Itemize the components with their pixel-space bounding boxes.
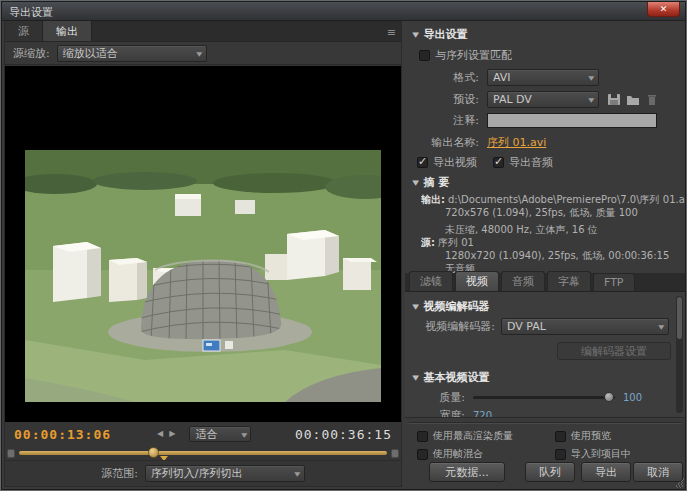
scaling-dropdown[interactable]: 缩放以适合 ▼ [57, 45, 207, 62]
tab-audio[interactable]: 音频 [501, 271, 545, 291]
close-button[interactable]: ✕ [647, 2, 680, 17]
chevron-down-icon: ▼ [232, 431, 247, 438]
max-render-quality-label: 使用最高渲染质量 [433, 429, 513, 443]
chevron-down-icon: ▼ [187, 50, 202, 57]
chevron-down-icon: ▼ [580, 96, 595, 103]
codec-settings-button[interactable]: 编解码器设置 [557, 342, 671, 360]
zoom-level-dropdown[interactable]: 适合 ▼ [189, 426, 251, 442]
import-project-checkbox[interactable] [555, 449, 566, 460]
close-icon: ✕ [660, 4, 668, 14]
option-use-previews: 使用预览 [555, 429, 611, 443]
step-back-icon[interactable]: ◀ [157, 427, 163, 441]
video-preview [5, 66, 401, 422]
scaling-label: 源缩放: [13, 46, 50, 61]
tab-source[interactable]: 源 [5, 21, 43, 41]
set-in-handle[interactable] [7, 449, 15, 458]
format-value: AVI [493, 71, 511, 84]
use-previews-label: 使用预览 [571, 429, 611, 443]
tab-filters[interactable]: 滤镜 [409, 271, 453, 291]
preview-panel: 源 输出 ≡ 源缩放: 缩放以适合 ▼ [4, 21, 402, 487]
export-video-checkbox[interactable]: ✓ [417, 157, 428, 168]
preset-value: PAL DV [493, 93, 532, 106]
scrubber-track[interactable] [19, 451, 387, 455]
source-range-dropdown[interactable]: 序列切入/序列切出 ▼ [145, 465, 305, 482]
disclosure-icon: ▼ [412, 374, 419, 382]
panel-menu-icon[interactable]: ≡ [387, 26, 396, 39]
divider [409, 422, 681, 423]
playhead-handle[interactable] [148, 447, 159, 458]
format-dropdown[interactable]: AVI ▼ [487, 69, 599, 86]
delete-preset-icon[interactable] [645, 93, 659, 106]
set-out-handle[interactable] [391, 449, 399, 458]
source-range-row: 源范围: 序列切入/序列切出 ▼ [5, 460, 401, 486]
step-forward-icon[interactable]: ▶ [169, 427, 175, 441]
quality-slider-handle[interactable] [604, 392, 614, 402]
output-name-link[interactable]: 序列 01.avi [487, 135, 546, 150]
settings-tabstrip: 滤镜 视频 音频 字幕 FTP [405, 273, 685, 292]
codec-dropdown[interactable]: DV PAL ▼ [501, 318, 669, 335]
quality-row: 质量: 100 [409, 390, 642, 405]
export-toggles-row: ✓ 导出视频 ✓ 导出音频 [417, 155, 553, 170]
import-preset-icon[interactable] [626, 93, 640, 106]
match-sequence-label: 与序列设置匹配 [435, 48, 512, 63]
export-audio-checkbox[interactable]: ✓ [493, 157, 504, 168]
check-icon: ✓ [494, 155, 503, 168]
summary-source-detail: 1280x720 (1.0940), 25fps, 低场, 00:00:36:1… [445, 249, 669, 263]
summary-source-name: 序列 01 [438, 237, 474, 248]
disclosure-icon: ▼ [412, 303, 419, 311]
queue-button[interactable]: 队列 [525, 462, 575, 482]
format-label: 格式: [413, 70, 479, 85]
summary-source-label: 源: [421, 237, 435, 248]
codec-value: DV PAL [507, 320, 546, 333]
chevron-down-icon: ▼ [285, 470, 300, 477]
use-previews-checkbox[interactable] [555, 431, 566, 442]
save-preset-icon[interactable] [607, 93, 621, 106]
export-audio-label: 导出音频 [509, 155, 553, 170]
tab-captions[interactable]: 字幕 [547, 271, 591, 291]
summary-title: 摘 要 [423, 175, 449, 190]
quality-label: 质量: [409, 390, 465, 405]
format-row: 格式: AVI ▼ [413, 69, 599, 86]
export-settings-title: 导出设置 [423, 27, 467, 42]
video-settings-pane: ▼ 视频编解码器 视频编解码器: DV PAL ▼ 编解码器设置 ▼ 基本视频设… [405, 292, 685, 418]
width-label: 宽度: [409, 408, 465, 418]
codec-title: 视频编解码器 [423, 299, 489, 314]
window-title: 导出设置 [9, 5, 53, 20]
codec-header[interactable]: ▼ 视频编解码器 [413, 299, 489, 314]
option-import-project: 导入到项目中 [555, 447, 631, 461]
summary-output-path: d:\Documents\Adobe\PremierePro\7.0\序列 01… [448, 194, 685, 205]
basic-video-title: 基本视频设置 [423, 370, 489, 385]
quality-value[interactable]: 100 [623, 392, 642, 403]
chevron-down-icon: ▼ [650, 323, 665, 330]
metadata-button[interactable]: 元数据... [429, 462, 505, 482]
tab-ftp[interactable]: FTP [593, 273, 635, 291]
scaling-value: 缩放以适合 [63, 46, 118, 61]
max-render-quality-checkbox[interactable] [417, 431, 428, 442]
source-range-value: 序列切入/序列切出 [151, 466, 243, 481]
tab-output[interactable]: 输出 [43, 21, 92, 41]
summary-header[interactable]: ▼ 摘 要 [413, 175, 449, 190]
titlebar[interactable]: 导出设置 ✕ [2, 2, 685, 21]
basic-video-header[interactable]: ▼ 基本视频设置 [413, 370, 489, 385]
width-value[interactable]: 720 [473, 410, 492, 418]
settings-scrollbar[interactable] [676, 296, 683, 413]
match-sequence-checkbox[interactable] [419, 50, 430, 61]
export-settings-dialog: 导出设置 ✕ 源 输出 ≡ 源缩放: 缩放以适合 ▼ [0, 0, 687, 491]
comment-input[interactable] [487, 113, 657, 128]
frame-blend-label: 使用帧混合 [433, 447, 483, 461]
disclosure-icon: ▼ [412, 31, 419, 39]
scrollbar-thumb[interactable] [677, 297, 682, 339]
zoom-level-value: 适合 [195, 427, 217, 442]
preset-dropdown[interactable]: PAL DV ▼ [487, 91, 599, 108]
duration-timecode: 00:00:36:15 [295, 427, 392, 442]
frame-blend-checkbox[interactable] [417, 449, 428, 460]
export-settings-header[interactable]: ▼ 导出设置 [413, 27, 467, 42]
resize-grip[interactable] [674, 478, 684, 488]
export-button[interactable]: 导出 [581, 462, 631, 482]
summary-source-line: 源:序列 01 [421, 236, 474, 250]
preset-row: 预设: PAL DV ▼ [413, 91, 659, 108]
settings-panel: ▼ 导出设置 与序列设置匹配 格式: AVI ▼ 预设: PAL DV ▼ [405, 21, 685, 487]
current-timecode[interactable]: 00:00:13:06 [14, 427, 111, 442]
quality-slider[interactable] [473, 396, 615, 399]
tab-video[interactable]: 视频 [455, 271, 499, 291]
